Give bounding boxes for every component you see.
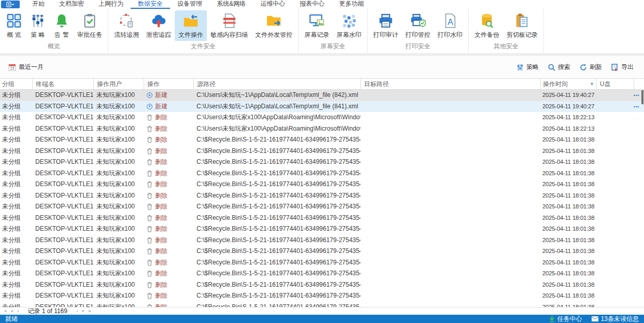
row-menu-button[interactable] <box>634 290 644 302</box>
table-row[interactable]: 未分组 DESKTOP-VLKTLE1 未知玩家x100 + 删除 C:\$Re… <box>0 134 644 146</box>
task-center-button[interactable]: 任务中心 <box>549 315 582 323</box>
tab-system-network[interactable]: 系统&网络 <box>209 0 253 9</box>
row-menu-button[interactable] <box>634 190 644 202</box>
tab-device-management[interactable]: 设备管理 <box>170 0 209 9</box>
table-row[interactable]: 未分组 DESKTOP-VLKTLE1 未知玩家x100 + 删除 C:\$Re… <box>0 168 644 179</box>
table-row[interactable]: 未分组 DESKTOP-VLKTLE1 未知玩家x100 + 删除 C:\$Re… <box>0 235 644 246</box>
vertical-scrollbar-thumb[interactable] <box>641 90 643 104</box>
column-header-usb[interactable]: U盘 <box>596 79 634 89</box>
print-watermark-button[interactable]: A 打印水印 <box>434 10 466 41</box>
app-menu-button[interactable] <box>1 1 20 8</box>
tab-more-features[interactable]: 更多功能 <box>332 0 371 9</box>
unread-messages-button[interactable]: 13条未读信息 <box>592 315 639 323</box>
last-page-button[interactable]: » <box>88 308 91 314</box>
cell-source-path: C:\Users\未知玩家x100\AppData\Roaming\Micros… <box>193 112 360 123</box>
table-row[interactable]: 未分组 DESKTOP-VLKTLE1 未知玩家x100 + 删除 C:\$Re… <box>0 213 644 224</box>
overview-button[interactable]: 概 览 <box>2 10 26 41</box>
row-menu-button[interactable] <box>634 302 644 307</box>
trash-icon <box>147 215 152 221</box>
tab-web-behavior[interactable]: 上网行为 <box>91 0 131 9</box>
prev-page-button[interactable]: ‹ <box>17 308 19 314</box>
row-menu-button[interactable] <box>634 201 644 213</box>
first-page-button[interactable]: « <box>4 308 7 314</box>
sensitive-scan-button[interactable]: 敏感内容扫描 <box>207 10 251 41</box>
flow-trace-button[interactable]: 流转追溯 <box>110 10 143 41</box>
tab-data-security[interactable]: 数据安全 <box>131 0 170 9</box>
column-header-target-path[interactable]: 目标路径 <box>360 79 540 89</box>
alert-button[interactable]: 告 警 <box>50 10 74 41</box>
table-row[interactable]: 未分组 DESKTOP-VLKTLE1 未知玩家x100 + 删除 C:\$Re… <box>0 290 644 302</box>
table-row[interactable]: 未分组 DESKTOP-VLKTLE1 未知玩家x100 + 删除 C:\$Re… <box>0 246 644 257</box>
row-menu-button[interactable] <box>634 123 644 135</box>
row-menu-button[interactable] <box>634 235 644 246</box>
table-row[interactable]: 未分组 DESKTOP-VLKTLE1 未知玩家x100 + 删除 C:\$Re… <box>0 257 644 269</box>
cell-op-time: 2025-04-11 18:01:38 <box>540 235 596 246</box>
search-action-button[interactable]: 搜索 <box>548 63 570 72</box>
column-header-source-path[interactable]: 源路径 <box>193 79 360 89</box>
table-row[interactable]: 未分组 DESKTOP-VLKTLE1 未知玩家x100 + 删除 C:\$Re… <box>0 157 644 168</box>
cell-source-path: C:\Users\未知玩~1\AppData\Local\Temp\xml_fi… <box>193 101 360 113</box>
column-header-operation[interactable]: 操作 <box>144 79 193 89</box>
row-menu-button[interactable] <box>634 179 644 190</box>
row-menu-button[interactable] <box>634 168 644 179</box>
column-header-op-time[interactable]: 操作时间 ▼ <box>540 79 596 89</box>
table-row[interactable]: 未分组 DESKTOP-VLKTLE1 未知玩家x100 + 删除 C:\$Re… <box>0 190 644 202</box>
table-row[interactable]: 未分组 DESKTOP-VLKTLE1 未知玩家x100 + 新建 C:\Use… <box>0 101 644 113</box>
row-menu-button[interactable] <box>634 268 644 279</box>
group-label-print-security: 打印安全 <box>370 41 466 53</box>
policy-action-button[interactable]: 策略 <box>516 63 539 72</box>
row-menu-button[interactable] <box>634 157 644 168</box>
fast-next-button[interactable]: » <box>81 308 85 314</box>
column-header-terminal[interactable]: 终端名 <box>32 79 93 89</box>
screen-watermark-button[interactable]: 屏幕水印 <box>333 10 365 41</box>
row-menu-button[interactable] <box>634 257 644 269</box>
row-menu-button[interactable] <box>634 213 644 224</box>
file-operations-button[interactable]: 文件操作 <box>175 10 207 41</box>
table-row[interactable]: 未分组 DESKTOP-VLKTLE1 未知玩家x100 + 删除 C:\$Re… <box>0 146 644 157</box>
table-row[interactable]: 未分组 DESKTOP-VLKTLE1 未知玩家x100 + 新建 C:\Use… <box>0 90 644 101</box>
row-menu-button[interactable] <box>634 223 644 235</box>
svg-text:A: A <box>447 18 453 26</box>
fast-prev-button[interactable]: « <box>11 308 14 314</box>
tab-report-center[interactable]: 报表中心 <box>292 0 332 9</box>
table-row[interactable]: 未分组 DESKTOP-VLKTLE1 未知玩家x100 + 删除 C:\Use… <box>0 112 644 123</box>
clipboard-record-button[interactable]: 剪切板记录 <box>503 10 541 41</box>
tab-home[interactable]: 开始 <box>25 0 52 9</box>
date-range-filter[interactable]: 23 最近一月 <box>8 63 44 72</box>
row-menu-button[interactable] <box>634 246 644 257</box>
row-menu-button[interactable] <box>634 146 644 157</box>
table-row[interactable]: 未分组 DESKTOP-VLKTLE1 未知玩家x100 + 删除 C:\$Re… <box>0 223 644 235</box>
cell-usb <box>596 257 634 269</box>
cell-operation: + 删除 <box>144 279 193 291</box>
refresh-action-button[interactable]: 刷新 <box>580 63 602 72</box>
next-page-button[interactable]: › <box>76 308 78 314</box>
policy-button[interactable]: 策 略 <box>26 10 50 41</box>
table-header: 分组 终端名 操作用户 操作 源路径 目标路径 操作时间 ▼ U盘 <box>0 79 644 90</box>
column-header-user[interactable]: 操作用户 <box>93 79 144 89</box>
table-row[interactable]: 未分组 DESKTOP-VLKTLE1 未知玩家x100 + 删除 C:\$Re… <box>0 179 644 190</box>
row-menu-button[interactable] <box>634 112 644 123</box>
operation-label: 删除 <box>155 157 167 168</box>
leak-track-button[interactable]: 泄密追踪 <box>143 10 175 41</box>
table-row[interactable]: 未分组 DESKTOP-VLKTLE1 未知玩家x100 + 删除 C:\Use… <box>0 123 644 135</box>
table-row[interactable]: 未分组 DESKTOP-VLKTLE1 未知玩家x100 + 删除 C:\$Re… <box>0 302 644 307</box>
print-control-button[interactable]: 打印管控 <box>402 10 434 41</box>
file-outbound-control-button[interactable]: 文件外发管控 <box>251 10 296 41</box>
filter-dropdown-icon[interactable]: ▼ <box>590 79 594 89</box>
row-menu-button[interactable] <box>634 134 644 146</box>
print-audit-button[interactable]: 打印审计 <box>370 10 402 41</box>
cell-group: 未分组 <box>0 101 32 113</box>
file-backup-button[interactable]: 文件备份 <box>471 10 503 41</box>
export-action-button[interactable]: 导出 <box>611 63 634 72</box>
tab-doc-encryption[interactable]: 文档加密 <box>52 0 91 9</box>
table-row[interactable]: 未分组 DESKTOP-VLKTLE1 未知玩家x100 + 删除 C:\$Re… <box>0 268 644 279</box>
table-row[interactable]: 未分组 DESKTOP-VLKTLE1 未知玩家x100 + 删除 C:\$Re… <box>0 201 644 213</box>
tab-ops-center[interactable]: 运维中心 <box>253 0 292 9</box>
row-menu-button[interactable] <box>634 279 644 291</box>
operation-label: 删除 <box>155 279 167 291</box>
screen-record-button[interactable]: 屏幕记录 <box>301 10 333 41</box>
table-row[interactable]: 未分组 DESKTOP-VLKTLE1 未知玩家x100 + 删除 C:\$Re… <box>0 279 644 291</box>
approval-tasks-button[interactable]: 审批任务 <box>74 10 106 41</box>
column-header-spacer <box>634 79 644 89</box>
column-header-group[interactable]: 分组 <box>0 79 32 89</box>
